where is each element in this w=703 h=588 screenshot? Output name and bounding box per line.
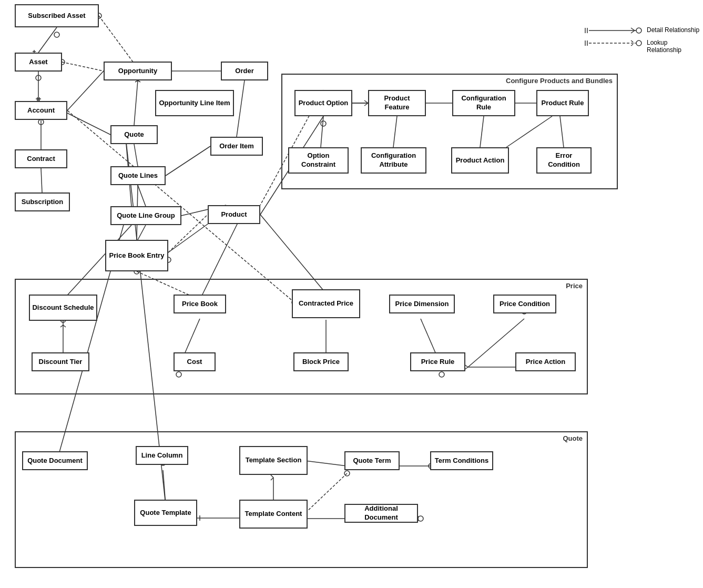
discount-schedule-entity: Discount Schedule (29, 295, 97, 321)
quote-region-label: Quote (563, 434, 583, 442)
price-book-entry-entity: Price Book Entry (105, 240, 168, 271)
svg-line-4 (38, 27, 57, 53)
term-conditions-entity: Term Conditions (430, 451, 493, 470)
svg-line-13 (67, 71, 104, 110)
svg-point-144 (636, 40, 641, 46)
product-action-entity: Product Action (451, 147, 509, 174)
configure-region-label: Configure Products and Bundles (506, 77, 613, 85)
block-price-entity: Block Price (293, 352, 349, 371)
legend-lookup: Lookup Relationship (647, 39, 703, 54)
svg-line-28 (166, 146, 210, 176)
legend-detail: Detail Relationship (647, 26, 699, 34)
quote-document-entity: Quote Document (22, 451, 88, 470)
svg-line-118 (99, 16, 138, 68)
config-attribute-entity: Configuration Attribute (361, 147, 426, 174)
price-region-label: Price (566, 282, 583, 290)
opportunity-entity: Opportunity (104, 62, 172, 80)
svg-line-40 (138, 225, 146, 240)
subscribed-asset-entity: Subscribed Asset (15, 4, 99, 27)
svg-line-19 (134, 80, 138, 125)
price-condition-entity: Price Condition (493, 295, 556, 313)
price-dimension-entity: Price Dimension (389, 295, 455, 313)
quote-entity: Quote (110, 125, 158, 144)
svg-line-35 (138, 185, 146, 206)
svg-point-138 (636, 28, 641, 33)
template-content-entity: Template Content (239, 500, 308, 529)
svg-line-21 (135, 80, 138, 82)
svg-line-136 (631, 28, 635, 31)
product-option-entity: Product Option (294, 90, 352, 116)
price-rule-entity: Price Rule (410, 352, 465, 371)
product-entity: Product (208, 205, 260, 224)
svg-point-5 (54, 32, 59, 37)
error-condition-entity: Error Condition (536, 147, 592, 174)
svg-line-23 (67, 113, 110, 135)
svg-line-26 (237, 80, 244, 137)
quote-template-entity: Quote Template (134, 500, 197, 526)
order-item-entity: Order Item (210, 137, 263, 156)
svg-line-22 (138, 80, 140, 82)
opp-line-item-entity: Opportunity Line Item (155, 90, 234, 116)
discount-tier-entity: Discount Tier (32, 352, 89, 371)
price-book-entity: Price Book (174, 295, 226, 313)
svg-line-137 (631, 31, 635, 33)
svg-line-24 (134, 144, 138, 166)
configuration-rule-entity: Configuration Rule (452, 90, 515, 116)
line-column-entity: Line Column (136, 446, 188, 465)
quote-lines-entity: Quote Lines (110, 166, 166, 185)
quote-line-group-entity: Quote Line Group (110, 206, 181, 225)
svg-point-9 (36, 75, 41, 80)
diagram-container: Configure Products and Bundles Price Quo… (0, 0, 703, 588)
contract-entity: Contract (15, 149, 67, 168)
subscription-entity: Subscription (15, 192, 70, 211)
quote-term-entity: Quote Term (344, 451, 400, 470)
order-entity: Order (221, 62, 268, 80)
asset-entity: Asset (15, 53, 62, 72)
svg-point-31 (38, 119, 44, 125)
svg-line-32 (41, 168, 42, 192)
svg-line-142 (631, 40, 635, 43)
account-entity: Account (15, 101, 67, 120)
cost-entity: Cost (174, 352, 216, 371)
product-feature-entity: Product Feature (368, 90, 426, 116)
additional-document-entity: Additional Document (344, 504, 418, 523)
product-rule-entity: Product Rule (536, 90, 589, 116)
contracted-price-entity: Contracted Price (292, 289, 360, 318)
svg-line-143 (631, 43, 635, 46)
option-constraint-entity: Option Constraint (288, 147, 349, 174)
price-action-entity: Price Action (515, 352, 576, 371)
svg-line-122 (62, 62, 104, 71)
template-section-entity: Template Section (239, 446, 308, 475)
